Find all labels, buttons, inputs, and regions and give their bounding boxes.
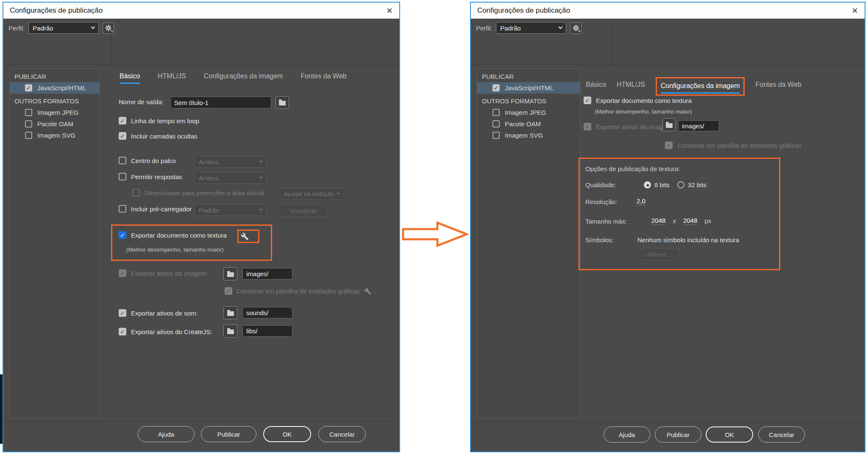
export-texture-checkbox[interactable]: ✓: [584, 97, 591, 104]
preloader-dropdown: Padrão: [195, 204, 267, 216]
stage-center-checkbox[interactable]: [119, 157, 126, 164]
checkbox-checked-icon[interactable]: ✓: [492, 84, 500, 91]
tab-configuracoes-da-imagem[interactable]: Configurações da imagem: [661, 82, 740, 94]
checkbox-checked-icon[interactable]: ✓: [25, 84, 32, 91]
stage-center-value: Ambos: [199, 158, 219, 166]
profile-dropdown[interactable]: Padrão: [28, 22, 99, 34]
format-sidebar: PUBLICAR ✓ JavaScript/HTML OUTROS FORMAT…: [477, 69, 581, 418]
sidebar-item-javascript-html[interactable]: ✓ JavaScript/HTML: [477, 82, 580, 94]
ok-button[interactable]: OK: [263, 426, 311, 442]
stage-center-dropdown: Ambos: [195, 156, 267, 168]
ok-button[interactable]: OK: [706, 426, 753, 443]
title-bar: Configurações de publicação ×: [3, 3, 399, 19]
checkbox-unchecked-icon[interactable]: [25, 132, 32, 139]
preview-button: Visualizar: [280, 205, 327, 217]
profile-options-button[interactable]: [103, 22, 114, 34]
loop-timeline-checkbox[interactable]: ✓: [119, 117, 126, 125]
texture-options-header: Opções de publicação de textura:: [585, 165, 680, 172]
output-folder-button[interactable]: [275, 96, 289, 109]
checkbox-unchecked-icon[interactable]: [492, 132, 500, 139]
sidebar-item-imagem-svg[interactable]: Imagem SVG: [10, 130, 99, 141]
responsive-label: Permitir respostas: [131, 173, 182, 180]
sidebar-item-imagem-jpeg[interactable]: Imagem JPEG: [10, 107, 99, 118]
tab-fontes-da-web[interactable]: Fontes da Web: [755, 81, 801, 92]
max-size-label: Tamanho máx:: [585, 218, 627, 225]
sidebar-item-label: Imagem JPEG: [505, 109, 546, 116]
texture-note: (Melhor desempenho, tamanho maior): [126, 246, 224, 253]
combine-spritesheet-checkbox: ✓: [225, 287, 232, 295]
sidebar-item-label: JavaScript/HTML: [37, 84, 86, 91]
sidebar-item-pacote-oam[interactable]: Pacote OAM: [10, 118, 99, 130]
checkbox-unchecked-icon[interactable]: [492, 109, 500, 116]
tab-configuracoes-da-imagem[interactable]: Configurações da imagem: [204, 72, 283, 84]
max-size-unit: px: [704, 217, 711, 224]
tab-basico[interactable]: Básico: [120, 72, 140, 84]
include-hidden-layers-checkbox[interactable]: ✓: [119, 132, 126, 140]
profile-dropdown[interactable]: Padrão: [496, 22, 566, 34]
publish-button[interactable]: Publicar: [655, 426, 701, 443]
help-button[interactable]: Ajuda: [138, 426, 195, 442]
sidebar-item-label: Pacote OAM: [37, 120, 73, 127]
combine-spritesheet-label: Combinar em planilha de entidades gráfic…: [677, 142, 801, 149]
publish-button[interactable]: Publicar: [201, 426, 256, 442]
dialog-title: Configurações de publicação: [10, 6, 103, 15]
tab-html-js[interactable]: HTML/JS: [158, 72, 186, 84]
wrench-icon[interactable]: [241, 233, 249, 241]
image-assets-input[interactable]: [242, 268, 292, 280]
image-assets-folder-button[interactable]: [223, 267, 237, 280]
folder-icon: [666, 123, 673, 128]
scale-fill-label: Dimensionar para preencher a área visíve…: [145, 189, 264, 197]
export-createjs-assets-label: Exportar ativos do CreateJS:: [131, 328, 212, 335]
checkbox-unchecked-icon[interactable]: [25, 120, 32, 127]
folder-icon: [227, 311, 234, 316]
profile-options-button[interactable]: [570, 22, 581, 34]
sidebar-item-label: JavaScript/HTML: [505, 84, 554, 91]
tab-basico[interactable]: Básico: [586, 81, 606, 92]
sidebar-item-label: Imagem SVG: [505, 132, 543, 139]
image-assets-input[interactable]: [678, 120, 719, 131]
preloader-checkbox[interactable]: [119, 205, 126, 213]
export-image-assets-label: Exportar ativos da imagem:: [131, 270, 209, 277]
max-height-value[interactable]: 2048: [683, 217, 697, 225]
export-createjs-assets-checkbox[interactable]: ✓: [119, 328, 126, 335]
help-button[interactable]: Ajuda: [604, 426, 650, 443]
chevron-down-icon: [259, 174, 263, 179]
image-assets-folder-button[interactable]: [662, 118, 676, 131]
dialog-title: Configurações de publicação: [477, 6, 570, 15]
export-texture-checkbox[interactable]: ✓: [119, 231, 126, 239]
texture-settings-highlight-box: [237, 230, 259, 243]
output-name-input[interactable]: [170, 97, 271, 108]
folder-icon: [227, 272, 234, 277]
sound-assets-input[interactable]: [242, 307, 292, 318]
profile-value: Padrão: [500, 25, 520, 32]
createjs-assets-folder-button[interactable]: [223, 324, 237, 338]
export-image-assets-checkbox: ✓: [584, 123, 591, 130]
sidebar-item-pacote-oam[interactable]: Pacote OAM: [477, 118, 580, 130]
max-width-value[interactable]: 2048: [651, 217, 665, 225]
sidebar-item-imagem-jpeg[interactable]: Imagem JPEG: [477, 107, 580, 118]
resolution-value[interactable]: 2,0: [637, 197, 645, 205]
responsive-checkbox[interactable]: [119, 173, 126, 180]
createjs-assets-input[interactable]: [242, 325, 292, 337]
folder-icon: [227, 329, 234, 334]
export-sound-assets-checkbox[interactable]: ✓: [119, 309, 126, 317]
sidebar-item-label: Pacote OAM: [505, 120, 541, 127]
sidebar-item-javascript-html[interactable]: ✓ JavaScript/HTML: [10, 82, 99, 94]
quality-32bits-radio[interactable]: [677, 181, 684, 188]
cancel-button[interactable]: Cancelar: [318, 426, 366, 442]
chevron-down-icon: [91, 25, 95, 29]
symbols-label: Símbolos:: [585, 236, 614, 244]
quality-8bits-radio[interactable]: [644, 181, 651, 188]
cancel-button[interactable]: Cancelar: [758, 426, 805, 443]
checkbox-unchecked-icon[interactable]: [492, 120, 500, 127]
tab-fontes-da-web[interactable]: Fontes da Web: [300, 72, 346, 84]
checkbox-unchecked-icon[interactable]: [25, 109, 32, 116]
close-icon[interactable]: ×: [380, 3, 399, 19]
tab-html-js[interactable]: HTML/JS: [617, 81, 645, 92]
max-size-x-separator: x: [673, 217, 676, 224]
format-sidebar: PUBLICAR ✓ JavaScript/HTML OUTROS FORMAT…: [9, 69, 100, 418]
sidebar-item-imagem-svg[interactable]: Imagem SVG: [477, 130, 580, 141]
sound-assets-folder-button[interactable]: [223, 306, 237, 319]
close-icon[interactable]: ×: [845, 3, 865, 19]
scale-fill-dropdown: Ajustar na exibição: [280, 188, 344, 200]
